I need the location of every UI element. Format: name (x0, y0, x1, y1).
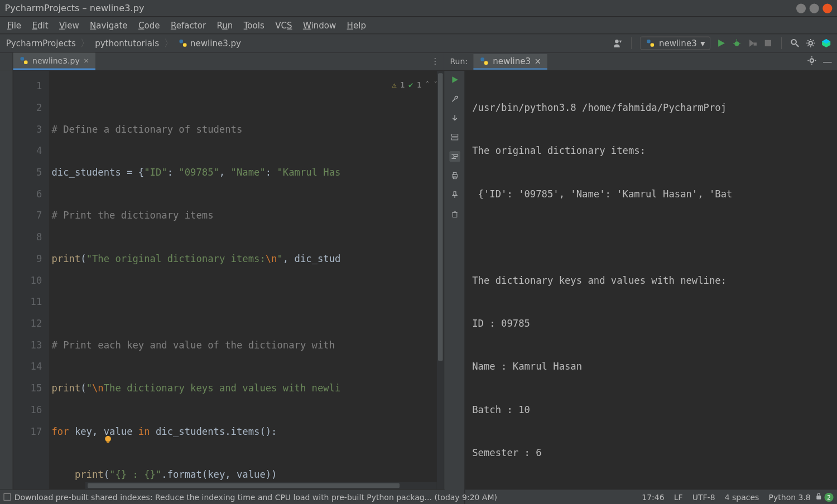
svg-rect-27 (451, 134, 458, 137)
menu-view[interactable]: View (56, 19, 83, 31)
hide-tool-window-icon[interactable]: — (822, 56, 832, 67)
run-tab-label: newline3 (493, 56, 531, 66)
window-titlebar: PycharmProjects – newline3.py (0, 0, 837, 17)
status-hint[interactable]: Download pre-built shared indexes: Reduc… (15, 492, 497, 501)
window-close-button[interactable] (822, 3, 832, 13)
svg-rect-33 (816, 496, 821, 500)
toolbar-right: ▾ newline3 ▼ (613, 37, 831, 50)
rerun-button[interactable] (449, 74, 460, 85)
close-run-tab-icon[interactable]: × (534, 56, 541, 66)
line-number: 14 (13, 356, 42, 378)
soft-wrap-icon[interactable] (449, 151, 460, 162)
warning-count: 1 (400, 74, 405, 96)
svg-rect-19 (21, 57, 24, 60)
status-indent[interactable]: 4 spaces (725, 492, 759, 501)
editor-gutter[interactable]: 1 2 3 4 5 6 7 8 9 10 11 12 13 14 15 16 1… (13, 71, 50, 490)
search-everywhere-button[interactable] (790, 38, 800, 48)
chevron-down-icon: ▼ (700, 40, 705, 47)
menu-file[interactable]: File (3, 19, 25, 31)
intention-bulb-icon[interactable] (57, 408, 66, 416)
svg-point-7 (734, 41, 739, 46)
code-area[interactable]: ⚠1 ✔1 ˆ ˇ # Define a dictionary of stude… (49, 71, 444, 490)
run-tab[interactable]: newline3 × (474, 54, 547, 69)
line-number: 10 (13, 270, 42, 292)
menu-vcs[interactable]: VCS (272, 19, 296, 31)
line-number: 7 (13, 205, 42, 227)
status-linesep[interactable]: LF (674, 492, 683, 501)
menu-refactor[interactable]: Refactor (167, 19, 209, 31)
console-line: Name : Kamrul Hasan (472, 356, 832, 378)
tab-options-icon[interactable]: ⋮ (431, 56, 439, 66)
collapse-icon[interactable]: ˆ (425, 74, 430, 96)
pin-icon[interactable] (449, 190, 460, 200)
run-with-coverage-button[interactable] (748, 38, 757, 48)
editor-tabs: newline3.py × ⋮ (13, 53, 444, 71)
line-number: 16 (13, 399, 42, 421)
console-line: ID : 09785 (472, 313, 832, 335)
svg-rect-4 (647, 40, 650, 43)
editor-scrollbar-vertical[interactable] (437, 71, 444, 490)
line-number: 2 (13, 97, 42, 119)
navigation-bar: PycharmProjects 〉 pythontutorials 〉 newl… (0, 33, 837, 52)
status-encoding[interactable]: UTF-8 (692, 492, 715, 501)
window-maximize-button[interactable] (810, 3, 819, 13)
breadcrumb-folder[interactable]: pythontutorials (95, 38, 159, 48)
breadcrumb[interactable]: PycharmProjects 〉 pythontutorials 〉 newl… (6, 37, 241, 50)
left-tool-strip[interactable] (0, 71, 13, 490)
wrench-icon[interactable] (449, 94, 460, 104)
editor-scrollbar-horizontal[interactable] (85, 482, 437, 490)
warning-icon: ⚠ (392, 74, 396, 96)
lock-icon[interactable] (815, 492, 822, 502)
console-line: The original dictionary items: (472, 140, 832, 162)
tool-window-toggle-icon[interactable] (3, 493, 11, 501)
menu-edit[interactable]: Edit (28, 19, 52, 31)
line-number: 13 (13, 335, 42, 356)
line-number: 11 (13, 292, 42, 313)
run-settings-icon[interactable] (807, 56, 816, 65)
line-number: 8 (13, 226, 42, 248)
notification-badge[interactable]: 2 (824, 492, 833, 501)
trash-icon[interactable] (449, 209, 460, 219)
editor-tab-newline3[interactable]: newline3.py × (13, 53, 95, 70)
svg-marker-11 (749, 40, 754, 47)
run-config-selector[interactable]: newline3 ▼ (641, 37, 711, 50)
svg-point-24 (105, 436, 111, 442)
line-number: 5 (13, 162, 42, 183)
ide-features-trainer-icon[interactable] (821, 38, 831, 48)
console-line (472, 226, 832, 248)
console-output[interactable]: /usr/bin/python3.8 /home/fahmida/Pycharm… (465, 71, 837, 504)
console-line: {'ID': '09785', 'Name': 'Kamrul Hasan', … (472, 183, 832, 205)
run-button[interactable] (716, 38, 726, 48)
window-minimize-button[interactable] (796, 3, 806, 13)
inspections-widget[interactable]: ⚠1 ✔1 ˆ ˇ (392, 74, 438, 96)
menu-navigate[interactable]: Navigate (86, 19, 131, 31)
print-icon[interactable] (449, 170, 460, 181)
menu-tools[interactable]: Tools (240, 19, 268, 31)
code-editor[interactable]: 1 2 3 4 5 6 7 8 9 10 11 12 13 14 15 16 1… (13, 71, 444, 490)
add-user-icon[interactable]: ▾ (613, 38, 623, 48)
down-arrow-icon[interactable] (449, 113, 460, 123)
line-number: 15 (13, 377, 42, 399)
debug-button[interactable] (732, 38, 742, 48)
svg-rect-20 (24, 61, 27, 64)
svg-marker-6 (718, 40, 725, 47)
svg-point-16 (809, 41, 812, 45)
svg-rect-30 (453, 172, 456, 175)
breadcrumb-root[interactable]: PycharmProjects (6, 38, 76, 48)
line-number: 9 (13, 248, 42, 270)
menu-code[interactable]: Code (135, 19, 163, 31)
menu-run[interactable]: Run (213, 19, 237, 31)
svg-rect-12 (754, 42, 757, 45)
settings-button[interactable] (806, 38, 815, 48)
svg-point-23 (810, 59, 814, 62)
layout-icon[interactable] (449, 132, 460, 143)
stop-button (763, 38, 773, 48)
close-tab-icon[interactable]: × (83, 56, 89, 65)
svg-rect-25 (107, 441, 109, 443)
menu-window[interactable]: Window (299, 19, 339, 31)
svg-rect-32 (453, 212, 457, 217)
svg-text:▾: ▾ (619, 38, 622, 44)
status-interpreter[interactable]: Python 3.8 (769, 492, 811, 501)
menu-help[interactable]: Help (343, 19, 369, 31)
breadcrumb-file[interactable]: newline3.py (190, 38, 241, 48)
